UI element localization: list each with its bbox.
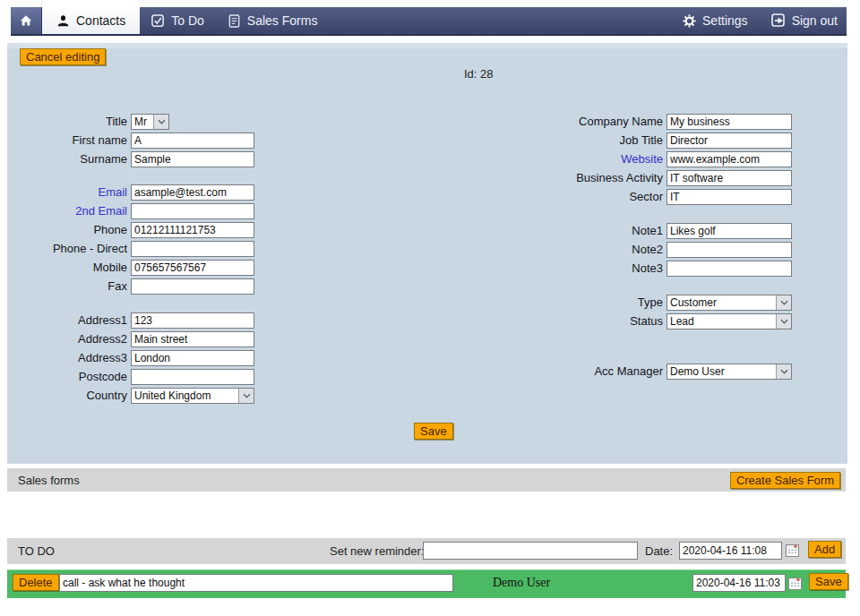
home-button[interactable] xyxy=(11,7,42,34)
note3-label: Note3 xyxy=(542,261,663,275)
record-id: Id: 28 xyxy=(464,67,494,81)
field-row: Address3 xyxy=(7,349,254,366)
create-sales-form-button[interactable]: Create Sales Form xyxy=(730,472,840,489)
sector-input[interactable] xyxy=(666,189,792,205)
job-title-label: Job Title xyxy=(542,133,663,147)
chevron-down-icon xyxy=(238,389,254,403)
field-row: Address2 xyxy=(7,330,254,347)
title-label: Title xyxy=(7,115,127,128)
job-title-input[interactable] xyxy=(666,133,792,149)
surname-input[interactable] xyxy=(131,151,254,167)
calendar-icon[interactable] xyxy=(786,543,799,557)
email-input[interactable] xyxy=(131,184,254,201)
todo-date-input[interactable] xyxy=(692,574,786,592)
save-button[interactable]: Save xyxy=(414,423,453,440)
field-row: Title Mr xyxy=(7,113,169,130)
todo-user-name: Demo User xyxy=(493,576,550,590)
field-row: Job Title xyxy=(542,132,792,149)
gear-icon xyxy=(683,14,696,28)
website-input[interactable] xyxy=(666,151,792,167)
type-label: Type xyxy=(542,295,663,309)
signout-icon xyxy=(771,13,786,28)
tab-label: Contacts xyxy=(76,13,125,28)
todo-bar: TO DO Set new reminder: Date: Add xyxy=(7,538,846,564)
postcode-input[interactable] xyxy=(131,369,254,385)
chevron-down-icon xyxy=(776,364,791,379)
acc-manager-label: Acc Manager xyxy=(542,364,663,378)
status-label: Status xyxy=(542,314,663,328)
tab-contacts[interactable]: Contacts xyxy=(42,7,140,34)
phone-input[interactable] xyxy=(131,222,254,238)
add-reminder-button[interactable]: Add xyxy=(808,541,841,558)
mobile-input[interactable] xyxy=(131,260,254,276)
new-reminder-input[interactable] xyxy=(423,542,638,560)
field-row: Email xyxy=(7,184,254,201)
calendar-icon[interactable] xyxy=(788,577,802,590)
address1-input[interactable] xyxy=(131,312,254,329)
fax-input[interactable] xyxy=(131,278,254,295)
settings-button[interactable]: Settings xyxy=(683,13,748,28)
field-row: Business Activity xyxy=(542,169,792,186)
field-row: First name xyxy=(7,132,254,149)
chevron-down-icon xyxy=(153,115,168,129)
field-row: Company Name xyxy=(542,113,792,130)
business-activity-label: Business Activity xyxy=(542,171,663,184)
company-name-label: Company Name xyxy=(542,115,663,128)
save-todo-button[interactable]: Save xyxy=(809,573,848,590)
todo-title: TO DO xyxy=(18,544,55,558)
type-select[interactable]: Customer xyxy=(666,295,792,311)
title-select[interactable]: Mr xyxy=(131,114,169,130)
address2-input[interactable] xyxy=(131,331,254,347)
fax-label: Fax xyxy=(7,279,127,293)
email-link-label[interactable]: Email xyxy=(7,185,127,199)
field-row: Country United Kingdom xyxy=(7,387,254,404)
top-nav: Contacts To Do Sales Forms Settings xyxy=(11,7,847,36)
address3-input[interactable] xyxy=(131,350,254,366)
settings-label: Settings xyxy=(702,13,748,28)
note3-input[interactable] xyxy=(666,261,792,277)
country-label: Country xyxy=(7,389,127,402)
note2-input[interactable] xyxy=(666,242,792,258)
field-row: Note2 xyxy=(542,241,792,258)
address1-label: Address1 xyxy=(7,313,127,327)
chevron-down-icon xyxy=(776,295,791,310)
status-select[interactable]: Lead xyxy=(666,313,792,329)
website-link-label[interactable]: Website xyxy=(542,152,663,166)
country-select[interactable]: United Kingdom xyxy=(131,388,254,404)
address2-label: Address2 xyxy=(7,332,127,346)
note2-label: Note2 xyxy=(542,243,663,256)
field-row: 2nd Email xyxy=(7,202,254,219)
tab-sales-forms[interactable]: Sales Forms xyxy=(216,7,330,34)
company-name-input[interactable] xyxy=(666,114,792,130)
business-activity-input[interactable] xyxy=(666,170,792,186)
field-row: Fax xyxy=(7,278,254,295)
todo-text-input[interactable] xyxy=(59,574,453,592)
todo-item-row: Delete Demo User Save xyxy=(7,569,846,598)
address3-label: Address3 xyxy=(7,351,127,364)
tab-todo[interactable]: To Do xyxy=(140,7,216,34)
field-row: Website xyxy=(542,150,792,167)
second-email-input[interactable] xyxy=(131,203,254,219)
postcode-label: Postcode xyxy=(7,370,127,383)
cancel-editing-button[interactable]: Cancel editing xyxy=(20,48,106,65)
mobile-label: Mobile xyxy=(7,261,127,274)
acc-manager-select[interactable]: Demo User xyxy=(666,364,792,380)
phone-label: Phone xyxy=(7,223,127,236)
phone-direct-label: Phone - Direct xyxy=(7,242,127,255)
tab-label: To Do xyxy=(171,13,204,28)
sales-forms-bar: Sales forms Create Sales Form xyxy=(7,468,846,492)
signout-button[interactable]: Sign out xyxy=(771,13,838,28)
note1-input[interactable] xyxy=(666,223,792,239)
chevron-down-icon xyxy=(776,314,791,329)
field-row: Status Lead xyxy=(542,312,792,329)
phone-direct-input[interactable] xyxy=(131,241,254,257)
second-email-link-label[interactable]: 2nd Email xyxy=(7,204,127,218)
field-row: Mobile xyxy=(7,259,254,276)
field-row: Note1 xyxy=(542,222,792,239)
field-row: Postcode xyxy=(7,368,254,385)
app-window: Contacts To Do Sales Forms Settings xyxy=(0,0,860,616)
new-reminder-date-input[interactable] xyxy=(679,542,782,560)
first-name-input[interactable] xyxy=(131,133,254,149)
person-icon xyxy=(56,14,70,28)
delete-todo-button[interactable]: Delete xyxy=(13,574,59,591)
